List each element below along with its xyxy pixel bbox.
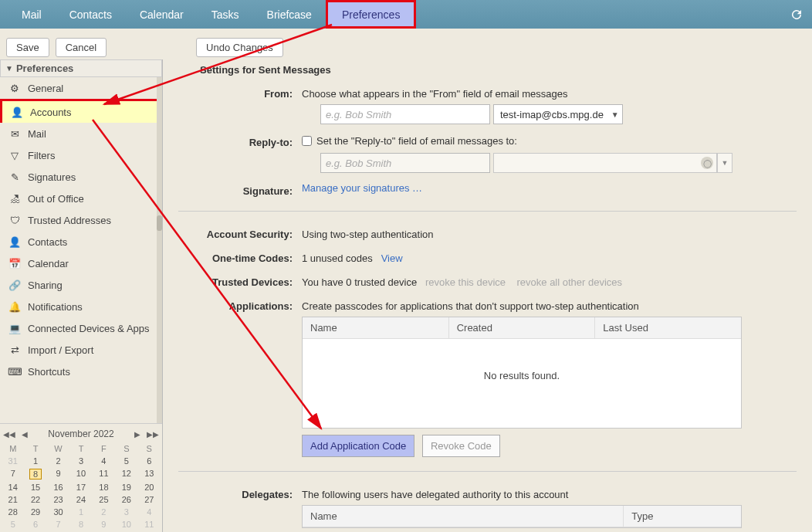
cal-day[interactable]: 2 — [47, 455, 69, 467]
cal-day[interactable]: 6 — [138, 455, 161, 467]
sidebar-item-contacts[interactable]: 👤Contacts — [0, 231, 162, 252]
tab-calendar[interactable]: Calendar — [126, 0, 198, 29]
refresh-icon[interactable] — [781, 0, 812, 29]
cal-day[interactable]: 13 — [138, 467, 161, 481]
sidebar-item-mail[interactable]: ✉Mail — [0, 123, 162, 144]
mail-icon: ✉ — [8, 127, 22, 141]
undo-changes-button[interactable]: Undo Changes — [196, 38, 283, 57]
cal-day[interactable]: 1 — [24, 455, 46, 467]
cal-day[interactable]: 7 — [47, 518, 69, 530]
add-application-code-button[interactable]: Add Application Code — [302, 435, 414, 457]
cal-day[interactable]: 3 — [69, 455, 92, 467]
sidebar-item-accounts[interactable]: 👤Accounts — [0, 99, 162, 123]
save-button[interactable]: Save — [6, 38, 49, 57]
tab-preferences[interactable]: Preferences — [326, 0, 416, 29]
cal-day[interactable]: 28 — [2, 506, 24, 518]
sidebar-item-general[interactable]: ⚙General — [0, 77, 162, 99]
sidebar-item-import-export[interactable]: ⇄Import / Export — [0, 339, 162, 361]
from-name-field[interactable] — [320, 104, 490, 124]
cal-next-year-icon[interactable]: ▶▶ — [145, 430, 161, 439]
view-codes-link[interactable]: View — [381, 252, 403, 264]
sidebar-item-trusted-addresses[interactable]: 🛡Trusted Addresses — [0, 209, 162, 231]
from-email-dropdown[interactable]: test-imap@cbs.mpg.de ▼ — [493, 104, 623, 124]
trusted-devices-value: You have 0 trusted device — [302, 276, 417, 288]
cal-day[interactable]: 29 — [24, 506, 46, 518]
manage-signatures-link[interactable]: Manage your signatures … — [302, 182, 422, 194]
cal-day[interactable]: 5 — [2, 518, 24, 530]
cal-day[interactable]: 8 — [24, 467, 46, 481]
cal-day[interactable]: 12 — [115, 467, 137, 481]
cal-prev-month-icon[interactable]: ◀ — [20, 430, 29, 439]
cal-day[interactable]: 11 — [93, 467, 115, 481]
content-pane[interactable]: Settings for Sent Messages From: Choose … — [163, 59, 812, 532]
cal-prev-year-icon[interactable]: ◀◀ — [2, 430, 17, 439]
cal-title[interactable]: November 2022 — [32, 429, 130, 439]
sidebar-item-signatures[interactable]: ✎Signatures — [0, 166, 162, 188]
sidebar-item-label: Trusted Addresses — [28, 215, 111, 226]
sidebar-item-calendar[interactable]: 📅Calendar — [0, 252, 162, 274]
cal-day[interactable]: 11 — [138, 518, 161, 530]
col-delegate-type[interactable]: Type — [624, 506, 741, 527]
col-created[interactable]: Created — [449, 317, 596, 338]
one-time-codes-label: One-time Codes: — [178, 249, 302, 264]
cal-day[interactable]: 23 — [47, 493, 69, 506]
col-delegate-name[interactable]: Name — [303, 506, 624, 527]
tab-tasks[interactable]: Tasks — [198, 0, 253, 29]
sidebar-item-out-of-office[interactable]: 🏖Out of Office — [0, 188, 162, 209]
accounts-icon: 👤 — [10, 105, 24, 119]
sidebar-item-sharing[interactable]: 🔗Sharing — [0, 274, 162, 296]
cal-day[interactable]: 18 — [93, 481, 115, 493]
cal-day[interactable]: 10 — [69, 467, 92, 481]
cal-day[interactable]: 9 — [93, 518, 115, 530]
cal-day[interactable]: 4 — [138, 506, 161, 518]
signatures-icon: ✎ — [8, 170, 22, 184]
cal-next-month-icon[interactable]: ▶ — [133, 430, 142, 439]
cal-dow: T — [24, 442, 46, 455]
sidebar-item-shortcuts[interactable]: ⌨Shortcuts — [0, 361, 162, 382]
tab-mail[interactable]: Mail — [8, 0, 56, 29]
cal-day[interactable]: 31 — [2, 455, 24, 467]
signature-label: Signature: — [178, 182, 302, 197]
sidebar-item-notifications[interactable]: 🔔Notifications — [0, 296, 162, 317]
cal-day[interactable]: 8 — [69, 518, 92, 530]
cal-day[interactable]: 27 — [138, 493, 161, 506]
cal-day[interactable]: 4 — [93, 455, 115, 467]
cal-day[interactable]: 10 — [115, 518, 137, 530]
replyto-email-field: ◯ — [493, 153, 717, 173]
cal-day[interactable]: 7 — [2, 467, 24, 481]
cal-day[interactable]: 14 — [2, 481, 24, 493]
cal-day[interactable]: 2 — [93, 506, 115, 518]
cal-day[interactable]: 22 — [24, 493, 46, 506]
cal-day[interactable]: 21 — [2, 493, 24, 506]
tab-briefcase[interactable]: Briefcase — [253, 0, 326, 29]
cal-day[interactable]: 17 — [69, 481, 92, 493]
cal-day[interactable]: 1 — [69, 506, 92, 518]
replyto-checkbox[interactable] — [302, 136, 312, 146]
col-last-used[interactable]: Last Used — [595, 317, 741, 338]
cal-day[interactable]: 19 — [115, 481, 137, 493]
cancel-button[interactable]: Cancel — [56, 38, 107, 57]
cal-dow: F — [93, 442, 115, 455]
revoke-all-devices-link: revoke all other devices — [517, 276, 623, 288]
col-name[interactable]: Name — [303, 317, 449, 338]
cal-day[interactable]: 9 — [47, 467, 69, 481]
cal-day[interactable]: 16 — [47, 481, 69, 493]
cal-day[interactable]: 26 — [115, 493, 137, 506]
sidebar-header[interactable]: ▼ Preferences — [0, 59, 162, 77]
contacts-icon: 👤 — [8, 235, 22, 249]
cal-day[interactable]: 30 — [47, 506, 69, 518]
cal-day[interactable]: 20 — [138, 481, 161, 493]
cal-day[interactable]: 6 — [24, 518, 46, 530]
cal-day[interactable]: 24 — [69, 493, 92, 506]
sidebar-scrollbar[interactable] — [157, 77, 162, 423]
from-description: Choose what appears in the "From" field … — [302, 85, 797, 100]
cal-day[interactable]: 3 — [115, 506, 137, 518]
replyto-email-dropdown-arrow: ▼ — [717, 153, 732, 173]
cal-day[interactable]: 5 — [115, 455, 137, 467]
tab-contacts[interactable]: Contacts — [56, 0, 126, 29]
cal-day[interactable]: 25 — [93, 493, 115, 506]
sidebar-item-connected-devices-apps[interactable]: 💻Connected Devices & Apps — [0, 317, 162, 339]
sidebar-item-filters[interactable]: ▽Filters — [0, 144, 162, 166]
sidebar-header-label: Preferences — [16, 63, 73, 74]
cal-day[interactable]: 15 — [24, 481, 46, 493]
